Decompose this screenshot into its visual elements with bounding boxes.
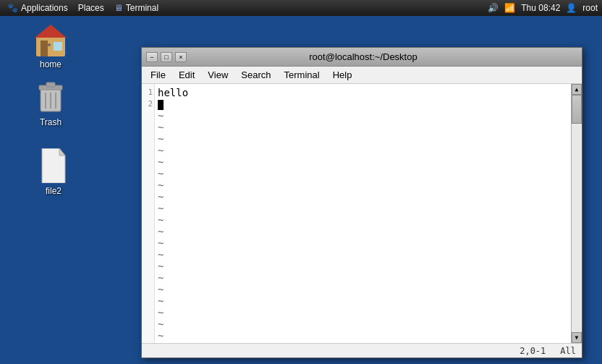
terminal-menubar: File Edit View Search Terminal Help — [142, 67, 582, 84]
taskbar-left: 🐾 Applications Places 🖥 Terminal — [4, 3, 161, 13]
svg-rect-2 — [54, 42, 62, 51]
taskbar-applications[interactable]: 🐾 Applications — [4, 3, 71, 13]
close-button[interactable]: × — [175, 52, 187, 62]
menu-view[interactable]: View — [202, 68, 234, 82]
taskbar-terminal[interactable]: 🖥 Terminal — [111, 3, 161, 13]
scrollbar-thumb[interactable] — [572, 95, 582, 124]
taskbar-right: 🔊 📶 Thu 08:42 👤 root — [488, 3, 598, 13]
terminal-statusbar: 2,0-1 All — [142, 343, 582, 357]
cursor-position: 2,0-1 — [520, 346, 546, 356]
scroll-up-button[interactable]: ▲ — [572, 84, 582, 95]
file2-icon — [39, 148, 68, 183]
taskbar-places[interactable]: Places — [75, 3, 107, 13]
svg-rect-4 — [48, 43, 51, 46]
trash-icon-label: Trash — [40, 117, 62, 127]
maximize-button[interactable]: □ — [161, 52, 172, 62]
network-icon: 📶 — [504, 3, 515, 13]
user-label: root — [582, 3, 598, 13]
applications-label: Applications — [21, 3, 68, 13]
trash-icon — [36, 80, 65, 114]
scrollbar[interactable]: ▲ ▼ — [571, 84, 582, 343]
home-icon-label: home — [40, 59, 62, 69]
svg-rect-1 — [41, 41, 48, 56]
svg-marker-3 — [35, 25, 67, 38]
menu-file[interactable]: File — [145, 68, 171, 82]
terminal-titlebar: − □ × root@localhost:~/Desktop — [142, 48, 582, 67]
terminal-window: − □ × root@localhost:~/Desktop File Edit… — [141, 47, 582, 358]
menu-search[interactable]: Search — [235, 68, 276, 82]
svg-marker-12 — [59, 148, 65, 156]
svg-rect-7 — [46, 82, 55, 87]
applications-icon: 🐾 — [7, 3, 18, 13]
menu-help[interactable]: Help — [327, 68, 358, 82]
window-buttons: − □ × — [146, 52, 187, 62]
scroll-position: All — [560, 346, 576, 356]
volume-icon: 🔊 — [488, 3, 499, 13]
taskbar: 🐾 Applications Places 🖥 Terminal 🔊 📶 Thu… — [0, 0, 602, 16]
user-icon: 👤 — [566, 3, 577, 13]
terminal-content[interactable]: 12 hello~~~~~~~~~~~~~~~~~~~~ ▲ ▼ — [142, 84, 582, 343]
minimize-button[interactable]: − — [146, 52, 158, 62]
scroll-down-button[interactable]: ▼ — [572, 332, 582, 343]
places-label: Places — [78, 3, 104, 13]
terminal-taskbar-label: Terminal — [126, 3, 158, 13]
clock: Thu 08:42 — [521, 3, 560, 13]
terminal-title: root@localhost:~/Desktop — [187, 51, 540, 62]
home-desktop-icon[interactable]: home — [22, 22, 80, 69]
menu-edit[interactable]: Edit — [173, 68, 200, 82]
file2-desktop-icon[interactable]: file2 — [25, 148, 82, 196]
trash-desktop-icon[interactable]: Trash — [22, 80, 80, 127]
line-numbers: 12 — [142, 84, 155, 343]
text-area[interactable]: hello~~~~~~~~~~~~~~~~~~~~ — [155, 84, 571, 343]
home-icon — [33, 22, 68, 56]
menu-terminal[interactable]: Terminal — [279, 68, 326, 82]
file2-icon-label: file2 — [46, 186, 62, 196]
scrollbar-track — [572, 95, 582, 332]
